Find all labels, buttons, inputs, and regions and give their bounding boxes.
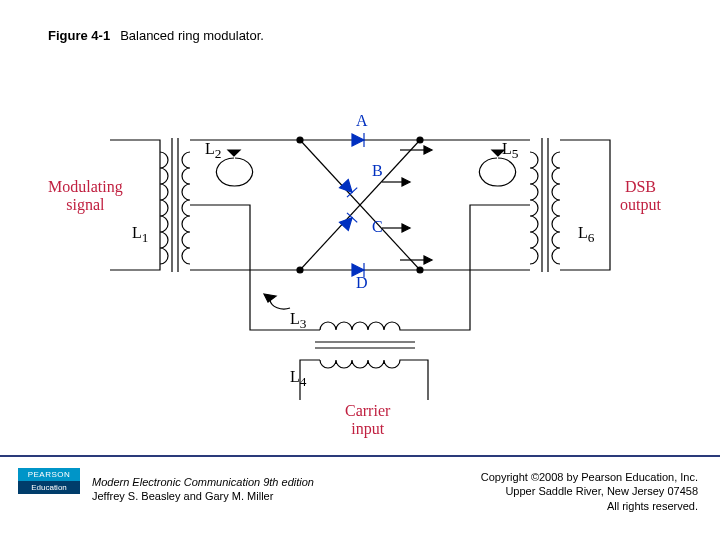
diode-b-icon bbox=[339, 179, 357, 197]
copyright-line1: Copyright ©2008 by Pearson Education, In… bbox=[481, 470, 698, 484]
svg-marker-14 bbox=[340, 180, 357, 197]
dsb-output-label: DSB output bbox=[620, 178, 661, 213]
copyright-line2: Upper Saddle River, New Jersey 07458 bbox=[481, 484, 698, 498]
figure-number: Figure 4-1 bbox=[48, 28, 110, 43]
logo-brand-bottom: Education bbox=[18, 481, 80, 494]
svg-marker-25 bbox=[402, 178, 410, 186]
svg-marker-16 bbox=[340, 214, 357, 231]
node-d-label: D bbox=[356, 274, 368, 292]
svg-point-11 bbox=[417, 267, 423, 273]
node-c-label: C bbox=[372, 218, 383, 236]
node-b-label: B bbox=[372, 162, 383, 180]
l3-label: L3 bbox=[290, 310, 306, 332]
l6-label: L6 bbox=[578, 224, 594, 246]
copyright-block: Copyright ©2008 by Pearson Education, In… bbox=[481, 470, 698, 513]
l2-label: L2 bbox=[205, 140, 221, 162]
book-credit: Modern Electronic Communication 9th edit… bbox=[92, 475, 314, 504]
logo-brand-top: PEARSON bbox=[18, 468, 80, 481]
l4-label: L4 bbox=[290, 368, 306, 390]
svg-marker-21 bbox=[424, 146, 432, 154]
svg-marker-27 bbox=[402, 224, 410, 232]
modulating-signal-label: Modulating signal bbox=[48, 178, 123, 213]
copyright-line3: All rights reserved. bbox=[481, 499, 698, 513]
figure-caption: Balanced ring modulator. bbox=[120, 28, 264, 43]
circuit-diagram: Modulating signal DSB output Carrier inp… bbox=[0, 70, 720, 440]
diode-c-icon bbox=[339, 213, 357, 231]
book-title: Modern Electronic Communication 9th edit… bbox=[92, 475, 314, 489]
footer-divider bbox=[0, 455, 720, 457]
figure-title: Figure 4-1Balanced ring modulator. bbox=[48, 28, 264, 43]
node-a-label: A bbox=[356, 112, 368, 130]
svg-marker-23 bbox=[424, 256, 432, 264]
svg-marker-28 bbox=[228, 150, 240, 156]
diode-a-icon bbox=[352, 133, 364, 147]
l1-label: L1 bbox=[132, 224, 148, 246]
svg-marker-12 bbox=[352, 134, 364, 146]
carrier-input-label: Carrier input bbox=[345, 402, 390, 437]
pearson-logo: PEARSON Education bbox=[18, 468, 80, 494]
svg-point-9 bbox=[417, 137, 423, 143]
l5-label: L5 bbox=[502, 140, 518, 162]
svg-marker-32 bbox=[264, 294, 276, 302]
svg-point-10 bbox=[297, 267, 303, 273]
book-authors: Jeffrey S. Beasley and Gary M. Miller bbox=[92, 489, 314, 503]
svg-point-8 bbox=[297, 137, 303, 143]
